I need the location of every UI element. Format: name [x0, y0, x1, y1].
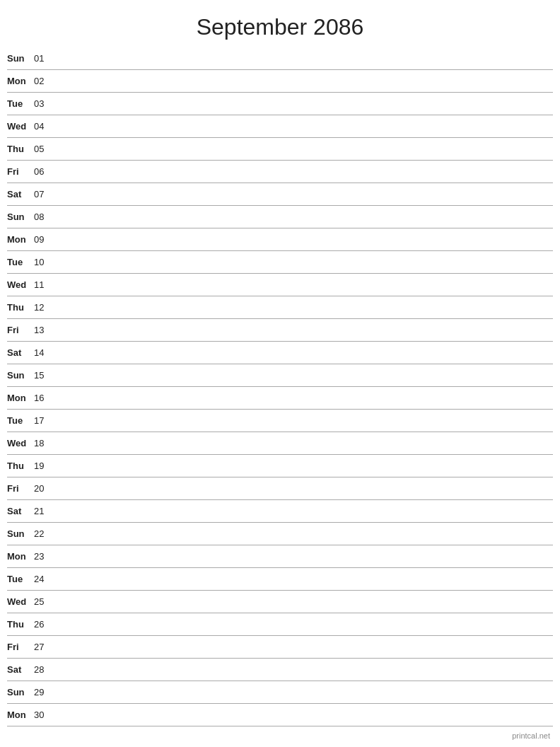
day-name: Tue	[7, 257, 34, 267]
day-row: Tue17	[7, 410, 553, 432]
day-line	[54, 149, 553, 149]
day-row: Mon02	[7, 70, 553, 93]
day-number: 30	[34, 710, 54, 720]
day-number: 20	[34, 483, 54, 494]
day-name: Tue	[7, 574, 34, 584]
day-line	[54, 330, 553, 330]
day-row: Sun22	[7, 523, 553, 545]
day-number: 25	[34, 596, 54, 607]
day-line	[54, 647, 553, 647]
day-name: Mon	[7, 76, 34, 86]
day-number: 28	[34, 664, 54, 675]
day-row: Tue24	[7, 568, 553, 591]
day-name: Sat	[7, 189, 34, 199]
day-name: Sat	[7, 664, 34, 675]
day-name: Sat	[7, 347, 34, 358]
day-name: Thu	[7, 144, 34, 154]
day-number: 09	[34, 234, 54, 245]
day-name: Fri	[7, 325, 34, 335]
day-row: Sun15	[7, 364, 553, 387]
day-row: Mon30	[7, 704, 553, 726]
day-name: Wed	[7, 438, 34, 448]
footer-text: printcal.net	[512, 731, 550, 740]
day-line	[54, 420, 553, 421]
day-line	[54, 669, 553, 670]
day-number: 06	[34, 166, 54, 177]
day-row: Fri06	[7, 161, 553, 183]
day-name: Mon	[7, 551, 34, 562]
day-row: Sun01	[7, 47, 553, 70]
day-number: 10	[34, 257, 54, 267]
day-row: Fri20	[7, 477, 553, 500]
day-line	[54, 194, 553, 195]
day-number: 26	[34, 619, 54, 630]
day-line	[54, 239, 553, 240]
day-line	[54, 692, 553, 693]
day-number: 05	[34, 144, 54, 154]
day-name: Thu	[7, 302, 34, 313]
day-number: 24	[34, 574, 54, 584]
calendar-container: Sun01Mon02Tue03Wed04Thu05Fri06Sat07Sun08…	[0, 47, 560, 726]
day-number: 21	[34, 506, 54, 516]
day-row: Mon23	[7, 545, 553, 568]
day-line	[54, 443, 553, 444]
day-row: Sat21	[7, 500, 553, 523]
day-number: 07	[34, 189, 54, 199]
day-number: 29	[34, 687, 54, 697]
day-row: Sun08	[7, 206, 553, 228]
day-name: Sun	[7, 212, 34, 222]
day-name: Wed	[7, 121, 34, 132]
day-number: 18	[34, 438, 54, 448]
day-line	[54, 352, 553, 353]
day-number: 23	[34, 551, 54, 562]
day-name: Tue	[7, 98, 34, 109]
day-row: Sun29	[7, 681, 553, 704]
day-row: Sat14	[7, 342, 553, 364]
day-number: 11	[34, 279, 54, 290]
day-line	[54, 307, 553, 308]
day-row: Wed04	[7, 115, 553, 138]
day-number: 01	[34, 53, 54, 64]
day-line	[54, 579, 553, 579]
day-row: Mon09	[7, 228, 553, 251]
day-name: Sun	[7, 370, 34, 381]
day-name: Sun	[7, 53, 34, 64]
day-number: 16	[34, 393, 54, 403]
day-number: 14	[34, 347, 54, 358]
day-row: Mon16	[7, 387, 553, 410]
day-name: Mon	[7, 710, 34, 720]
day-name: Wed	[7, 279, 34, 290]
day-number: 13	[34, 325, 54, 335]
day-name: Mon	[7, 234, 34, 245]
day-name: Sun	[7, 687, 34, 697]
day-row: Wed25	[7, 591, 553, 613]
day-name: Sun	[7, 528, 34, 539]
day-line	[54, 533, 553, 534]
day-line	[54, 58, 553, 59]
day-number: 08	[34, 212, 54, 222]
day-name: Fri	[7, 642, 34, 652]
day-line	[54, 465, 553, 466]
day-name: Tue	[7, 415, 34, 426]
day-line	[54, 556, 553, 557]
day-line	[54, 488, 553, 489]
day-row: Tue10	[7, 251, 553, 274]
day-row: Sat28	[7, 659, 553, 681]
day-number: 02	[34, 76, 54, 86]
day-line	[54, 601, 553, 602]
day-line	[54, 375, 553, 376]
day-row: Thu12	[7, 296, 553, 319]
day-name: Mon	[7, 393, 34, 403]
day-row: Fri27	[7, 636, 553, 659]
day-number: 27	[34, 642, 54, 652]
day-line	[54, 714, 553, 715]
page-title: September 2086	[0, 0, 560, 47]
day-row: Wed11	[7, 274, 553, 296]
day-number: 17	[34, 415, 54, 426]
day-line	[54, 262, 553, 262]
day-name: Wed	[7, 596, 34, 607]
day-line	[54, 171, 553, 172]
day-number: 19	[34, 461, 54, 471]
day-number: 04	[34, 121, 54, 132]
day-row: Fri13	[7, 319, 553, 342]
